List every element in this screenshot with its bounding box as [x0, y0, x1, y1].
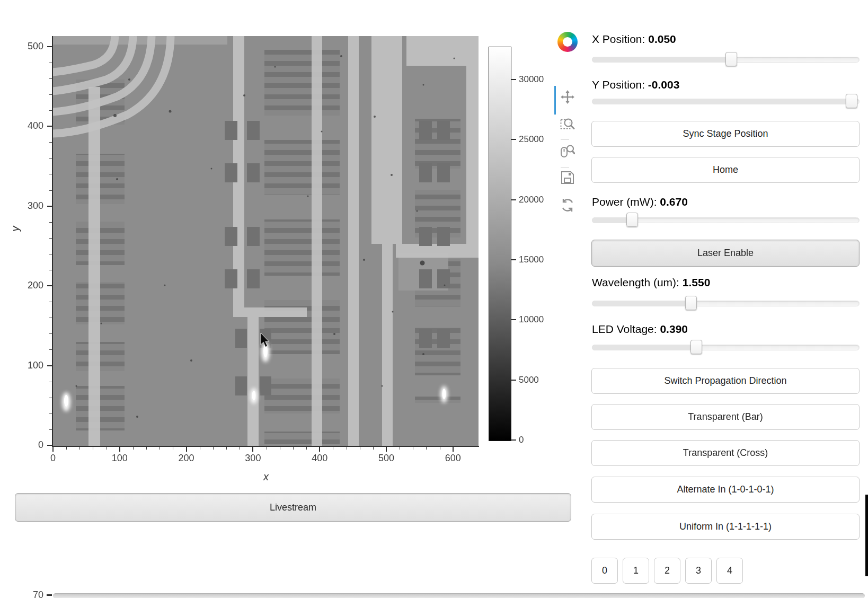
tick-major-x [52, 447, 54, 452]
transparent-cross-button[interactable]: Transparent (Cross) [591, 440, 860, 466]
tick-minor-x [240, 447, 240, 450]
power-label: Power (mW): 0.670 [592, 196, 688, 208]
tick-minor-x [93, 447, 93, 450]
wheel-zoom-tool-icon[interactable] [560, 143, 575, 159]
bottom-plot-tick-label: 70 [21, 590, 43, 598]
bokeh-logo-icon[interactable] [557, 32, 578, 52]
y-axis-title: y [10, 221, 22, 237]
tick-minor-x [173, 447, 173, 450]
channel-2-button[interactable]: 2 [654, 558, 680, 584]
cb-label: 30000 [519, 74, 544, 85]
led-voltage-slider[interactable] [592, 340, 860, 354]
x-position-slider[interactable] [592, 52, 860, 66]
tick-minor-y [49, 238, 52, 239]
transparent-bar-button[interactable]: Transparent (Bar) [591, 404, 860, 430]
cb-label: 10000 [519, 314, 544, 325]
tick-minor-x [306, 447, 307, 450]
tick-label-x: 300 [237, 453, 269, 464]
slider-thumb[interactable] [846, 94, 857, 108]
tick-minor-x [146, 447, 147, 450]
slider-thumb[interactable] [685, 296, 697, 310]
tick-minor-y [49, 414, 52, 414]
sync-stage-position-button[interactable]: Sync Stage Position [591, 121, 860, 147]
slider-thumb[interactable] [626, 213, 638, 227]
tick-major-x [119, 447, 120, 452]
alternate-in-button[interactable]: Alternate In (1-0-1-0-1) [591, 477, 860, 503]
tick-label-x: 400 [304, 453, 335, 464]
tick-minor-y [49, 349, 52, 350]
tick-major-y [47, 285, 52, 286]
slider-fill [592, 99, 852, 104]
x-position-value: 0.050 [648, 33, 676, 45]
wavelength-slider[interactable] [592, 296, 860, 310]
tick-minor-y [49, 302, 52, 302]
slider-fill [592, 301, 691, 306]
tick-major-y [47, 126, 52, 127]
box-zoom-tool-icon[interactable] [560, 116, 575, 131]
y-position-slider[interactable] [592, 94, 860, 108]
slider-thumb[interactable] [690, 340, 702, 354]
cb-label: 0 [519, 435, 524, 445]
tick-label-y: 200 [12, 280, 43, 291]
tick-label-x: 0 [37, 453, 69, 464]
cb-label: 5000 [519, 375, 539, 385]
tick-minor-x [66, 447, 67, 450]
channel-3-button[interactable]: 3 [685, 558, 712, 584]
channel-0-button[interactable]: 0 [591, 558, 618, 584]
microscope-image-plot[interactable] [52, 36, 479, 446]
tick-minor-y [49, 333, 52, 334]
tick-major-y [47, 46, 52, 47]
x-axis-title: x [254, 471, 278, 483]
wavelength-label: Wavelength (um): 1.550 [592, 276, 710, 289]
power-slider[interactable] [592, 213, 860, 227]
tick-minor-y [49, 158, 52, 159]
toolbar-separator [561, 139, 569, 140]
channel-4-button[interactable]: 4 [716, 558, 743, 584]
tick-minor-y [49, 190, 52, 191]
tick-minor-x [267, 447, 267, 450]
tick-label-y: 500 [12, 41, 43, 52]
uniform-in-button[interactable]: Uniform In (1-1-1-1-1) [591, 514, 860, 540]
save-tool-icon[interactable] [560, 170, 575, 186]
slider-fill [592, 345, 696, 350]
livestream-button[interactable]: Livestream [15, 493, 571, 522]
slider-thumb[interactable] [725, 52, 737, 66]
tick-minor-y [49, 254, 52, 254]
tick-minor-x [160, 447, 160, 450]
tick-minor-x [400, 447, 400, 450]
bottom-plot-track[interactable] [53, 593, 865, 598]
tick-label-x: 600 [437, 453, 469, 464]
reset-tool-icon[interactable] [560, 197, 575, 213]
cb-label: 20000 [519, 195, 544, 205]
x-position-label: X Position: 0.050 [592, 33, 676, 46]
switch-propagation-direction-button[interactable]: Switch Propagation Direction [591, 368, 860, 394]
tick-minor-y [49, 142, 52, 143]
laser-enable-button[interactable]: Laser Enable [591, 240, 860, 267]
tick-minor-y [49, 382, 52, 382]
channel-1-button[interactable]: 1 [623, 558, 649, 584]
tick-minor-x [413, 447, 413, 450]
tick-minor-y [49, 63, 52, 63]
tick-minor-x [79, 447, 80, 450]
wavelength-value: 1.550 [683, 276, 711, 288]
tick-minor-y [49, 222, 52, 223]
tick-major-x [453, 447, 454, 452]
cb-tick [511, 199, 516, 200]
tick-label-y: 400 [12, 120, 43, 131]
y-position-label: Y Position: -0.003 [592, 78, 679, 91]
pan-tool-icon[interactable] [560, 89, 575, 105]
tick-minor-x [133, 447, 134, 450]
tick-minor-x [347, 447, 347, 450]
home-button[interactable]: Home [591, 157, 860, 183]
tick-minor-x [360, 447, 360, 450]
toolbar-separator [561, 167, 569, 168]
tick-label-y: 100 [12, 360, 43, 371]
tick-minor-x [333, 447, 333, 450]
laser-stage-control-app: 01002003004005006000100200300400500 x y … [0, 0, 868, 598]
tick-label-x: 100 [104, 453, 136, 464]
mouse-cursor [260, 333, 272, 350]
active-tool-indicator [554, 86, 556, 115]
cb-tick [511, 79, 516, 80]
y-position-value: -0.003 [648, 78, 680, 91]
chip-image [52, 36, 479, 446]
